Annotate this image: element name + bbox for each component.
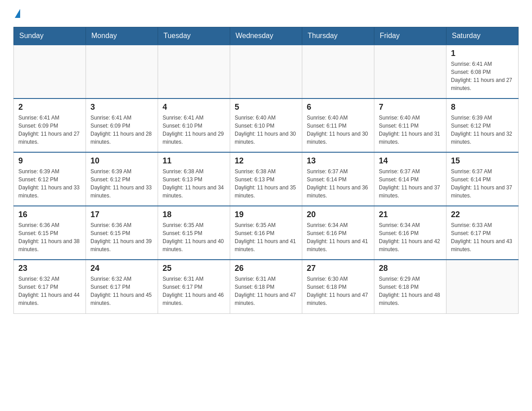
day-number: 1 xyxy=(451,49,514,58)
day-number: 7 xyxy=(379,103,442,112)
day-number: 6 xyxy=(307,103,369,112)
calendar-cell: 16Sunrise: 6:36 AMSunset: 6:15 PMDayligh… xyxy=(14,206,86,260)
calendar-cell: 10Sunrise: 6:39 AMSunset: 6:12 PMDayligh… xyxy=(86,152,158,206)
calendar-cell xyxy=(374,45,446,98)
day-number: 11 xyxy=(163,156,225,166)
day-number: 18 xyxy=(163,210,225,219)
weekday-header-friday: Friday xyxy=(374,27,446,45)
day-number: 13 xyxy=(307,156,369,166)
day-number: 4 xyxy=(163,103,225,112)
day-info: Sunrise: 6:31 AMSunset: 6:18 PMDaylight:… xyxy=(235,275,297,307)
calendar-cell: 1Sunrise: 6:41 AMSunset: 6:08 PMDaylight… xyxy=(446,45,519,98)
calendar-cell: 23Sunrise: 6:32 AMSunset: 6:17 PMDayligh… xyxy=(14,260,86,313)
day-info: Sunrise: 6:40 AMSunset: 6:11 PMDaylight:… xyxy=(307,114,369,146)
day-info: Sunrise: 6:39 AMSunset: 6:12 PMDaylight:… xyxy=(18,167,81,200)
calendar-table: SundayMondayTuesdayWednesdayThursdayFrid… xyxy=(13,27,519,314)
day-number: 16 xyxy=(18,210,81,219)
calendar-cell: 17Sunrise: 6:36 AMSunset: 6:15 PMDayligh… xyxy=(86,206,158,260)
day-number: 22 xyxy=(451,210,514,219)
day-info: Sunrise: 6:39 AMSunset: 6:12 PMDaylight:… xyxy=(451,114,514,146)
calendar-cell: 7Sunrise: 6:40 AMSunset: 6:11 PMDaylight… xyxy=(374,98,446,152)
day-info: Sunrise: 6:39 AMSunset: 6:12 PMDaylight:… xyxy=(90,167,153,200)
calendar-cell: 4Sunrise: 6:41 AMSunset: 6:10 PMDaylight… xyxy=(158,98,230,152)
calendar-cell: 3Sunrise: 6:41 AMSunset: 6:09 PMDaylight… xyxy=(86,98,158,152)
day-number: 19 xyxy=(235,210,297,219)
day-number: 3 xyxy=(90,103,153,112)
calendar-cell: 22Sunrise: 6:33 AMSunset: 6:17 PMDayligh… xyxy=(446,206,519,260)
day-info: Sunrise: 6:31 AMSunset: 6:17 PMDaylight:… xyxy=(163,275,225,307)
calendar-cell: 27Sunrise: 6:30 AMSunset: 6:18 PMDayligh… xyxy=(302,260,374,313)
day-number: 27 xyxy=(307,264,369,273)
weekday-header-wednesday: Wednesday xyxy=(230,27,302,45)
day-number: 17 xyxy=(90,210,153,219)
calendar-cell xyxy=(158,45,230,98)
calendar-cell xyxy=(446,260,519,313)
logo xyxy=(13,9,20,18)
calendar-cell: 12Sunrise: 6:38 AMSunset: 6:13 PMDayligh… xyxy=(230,152,302,206)
calendar-cell: 14Sunrise: 6:37 AMSunset: 6:14 PMDayligh… xyxy=(374,152,446,206)
day-info: Sunrise: 6:41 AMSunset: 6:09 PMDaylight:… xyxy=(90,114,153,146)
logo-triangle-icon xyxy=(15,9,20,18)
day-info: Sunrise: 6:37 AMSunset: 6:14 PMDaylight:… xyxy=(307,167,369,200)
calendar-cell: 2Sunrise: 6:41 AMSunset: 6:09 PMDaylight… xyxy=(14,98,86,152)
day-info: Sunrise: 6:29 AMSunset: 6:18 PMDaylight:… xyxy=(379,275,442,307)
calendar-cell xyxy=(302,45,374,98)
weekday-header-sunday: Sunday xyxy=(14,27,86,45)
day-info: Sunrise: 6:36 AMSunset: 6:15 PMDaylight:… xyxy=(90,221,153,253)
calendar-cell: 6Sunrise: 6:40 AMSunset: 6:11 PMDaylight… xyxy=(302,98,374,152)
page-header xyxy=(13,9,519,18)
calendar-cell xyxy=(14,45,86,98)
calendar-cell: 5Sunrise: 6:40 AMSunset: 6:10 PMDaylight… xyxy=(230,98,302,152)
weekday-header-tuesday: Tuesday xyxy=(158,27,230,45)
calendar-cell: 25Sunrise: 6:31 AMSunset: 6:17 PMDayligh… xyxy=(158,260,230,313)
calendar-cell: 11Sunrise: 6:38 AMSunset: 6:13 PMDayligh… xyxy=(158,152,230,206)
calendar-week-row: 2Sunrise: 6:41 AMSunset: 6:09 PMDaylight… xyxy=(14,98,519,152)
calendar-cell: 18Sunrise: 6:35 AMSunset: 6:15 PMDayligh… xyxy=(158,206,230,260)
day-info: Sunrise: 6:35 AMSunset: 6:15 PMDaylight:… xyxy=(163,221,225,253)
day-number: 25 xyxy=(163,264,225,273)
day-number: 8 xyxy=(451,103,514,112)
day-number: 28 xyxy=(379,264,442,273)
day-info: Sunrise: 6:38 AMSunset: 6:13 PMDaylight:… xyxy=(163,167,225,200)
day-info: Sunrise: 6:32 AMSunset: 6:17 PMDaylight:… xyxy=(90,275,153,307)
day-info: Sunrise: 6:36 AMSunset: 6:15 PMDaylight:… xyxy=(18,221,81,253)
day-number: 12 xyxy=(235,156,297,166)
calendar-cell: 26Sunrise: 6:31 AMSunset: 6:18 PMDayligh… xyxy=(230,260,302,313)
day-number: 14 xyxy=(379,156,442,166)
day-info: Sunrise: 6:30 AMSunset: 6:18 PMDaylight:… xyxy=(307,275,369,307)
day-info: Sunrise: 6:33 AMSunset: 6:17 PMDaylight:… xyxy=(451,221,514,253)
day-info: Sunrise: 6:41 AMSunset: 6:08 PMDaylight:… xyxy=(451,60,514,92)
day-info: Sunrise: 6:41 AMSunset: 6:09 PMDaylight:… xyxy=(18,114,81,146)
calendar-cell: 13Sunrise: 6:37 AMSunset: 6:14 PMDayligh… xyxy=(302,152,374,206)
calendar-week-row: 16Sunrise: 6:36 AMSunset: 6:15 PMDayligh… xyxy=(14,206,519,260)
calendar-cell: 28Sunrise: 6:29 AMSunset: 6:18 PMDayligh… xyxy=(374,260,446,313)
day-info: Sunrise: 6:32 AMSunset: 6:17 PMDaylight:… xyxy=(18,275,81,307)
day-info: Sunrise: 6:34 AMSunset: 6:16 PMDaylight:… xyxy=(379,221,442,253)
day-info: Sunrise: 6:41 AMSunset: 6:10 PMDaylight:… xyxy=(163,114,225,146)
calendar-week-row: 9Sunrise: 6:39 AMSunset: 6:12 PMDaylight… xyxy=(14,152,519,206)
calendar-cell xyxy=(86,45,158,98)
day-info: Sunrise: 6:40 AMSunset: 6:10 PMDaylight:… xyxy=(235,114,297,146)
day-number: 24 xyxy=(90,264,153,273)
calendar-week-row: 23Sunrise: 6:32 AMSunset: 6:17 PMDayligh… xyxy=(14,260,519,313)
day-info: Sunrise: 6:37 AMSunset: 6:14 PMDaylight:… xyxy=(379,167,442,200)
day-number: 26 xyxy=(235,264,297,273)
calendar-cell: 19Sunrise: 6:35 AMSunset: 6:16 PMDayligh… xyxy=(230,206,302,260)
calendar-cell: 9Sunrise: 6:39 AMSunset: 6:12 PMDaylight… xyxy=(14,152,86,206)
calendar-cell: 24Sunrise: 6:32 AMSunset: 6:17 PMDayligh… xyxy=(86,260,158,313)
calendar-cell: 20Sunrise: 6:34 AMSunset: 6:16 PMDayligh… xyxy=(302,206,374,260)
day-info: Sunrise: 6:38 AMSunset: 6:13 PMDaylight:… xyxy=(235,167,297,200)
day-info: Sunrise: 6:37 AMSunset: 6:14 PMDaylight:… xyxy=(451,167,514,200)
weekday-header-saturday: Saturday xyxy=(446,27,519,45)
calendar-cell: 21Sunrise: 6:34 AMSunset: 6:16 PMDayligh… xyxy=(374,206,446,260)
weekday-header-thursday: Thursday xyxy=(302,27,374,45)
calendar-cell: 15Sunrise: 6:37 AMSunset: 6:14 PMDayligh… xyxy=(446,152,519,206)
calendar-cell xyxy=(230,45,302,98)
weekday-header-monday: Monday xyxy=(86,27,158,45)
day-number: 9 xyxy=(18,156,81,166)
calendar-cell: 8Sunrise: 6:39 AMSunset: 6:12 PMDaylight… xyxy=(446,98,519,152)
day-info: Sunrise: 6:34 AMSunset: 6:16 PMDaylight:… xyxy=(307,221,369,253)
day-number: 10 xyxy=(90,156,153,166)
calendar-week-row: 1Sunrise: 6:41 AMSunset: 6:08 PMDaylight… xyxy=(14,45,519,98)
day-info: Sunrise: 6:35 AMSunset: 6:16 PMDaylight:… xyxy=(235,221,297,253)
